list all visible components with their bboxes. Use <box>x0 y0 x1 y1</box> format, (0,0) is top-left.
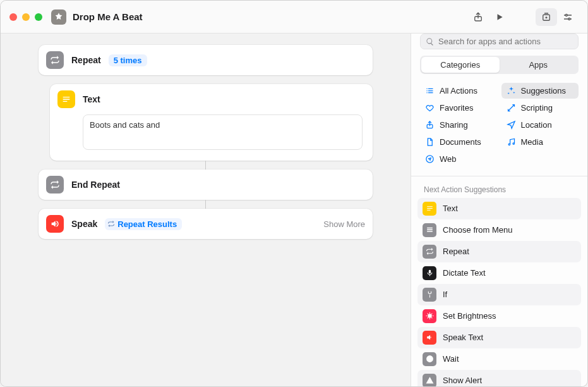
minimize-button[interactable] <box>22 13 30 21</box>
svg-point-7 <box>426 156 433 163</box>
suggestion-label: Speak Text <box>443 333 483 342</box>
category-web[interactable]: Web <box>420 151 498 167</box>
suggestion-label: Show Alert <box>443 376 482 385</box>
mic-icon <box>423 266 436 280</box>
heart-icon <box>425 103 435 113</box>
connector-line <box>205 161 206 169</box>
category-scripting[interactable]: Scripting <box>501 100 579 116</box>
suggestion-item[interactable]: If <box>417 284 581 305</box>
repeat-label: Repeat <box>71 55 101 65</box>
speaker-icon <box>46 215 64 233</box>
menu-icon <box>423 223 436 237</box>
show-more-button[interactable]: Show More <box>323 219 365 229</box>
clock-icon <box>423 352 436 366</box>
suggestion-item[interactable]: Set Brightness <box>417 305 581 327</box>
suggestion-label: If <box>443 290 447 299</box>
text-icon <box>57 90 75 108</box>
search-input[interactable] <box>438 37 573 46</box>
action-text[interactable]: Text Boots and cats and <box>50 84 373 161</box>
compass-icon <box>425 154 435 164</box>
suggestion-label: Text <box>443 204 458 213</box>
window-title: Drop Me A Beat <box>73 11 143 22</box>
suggestions-header: Next Action Suggestions <box>411 179 587 198</box>
suggestion-label: Repeat <box>443 247 469 256</box>
sparkle-icon <box>507 86 516 95</box>
categories-grid: All Actions Suggestions Favorites Script… <box>411 80 587 173</box>
suggestion-label: Choose from Menu <box>443 225 513 235</box>
text-label: Text <box>83 94 100 104</box>
divider <box>411 176 587 176</box>
list-icon <box>425 86 435 95</box>
branch-icon <box>423 288 436 302</box>
svg-point-3 <box>568 18 570 20</box>
suggestion-item[interactable]: Choose from Menu <box>417 219 581 241</box>
suggestion-label: Dictate Text <box>443 268 486 278</box>
settings-button[interactable] <box>557 8 579 26</box>
sidebar-segmented-control[interactable]: Categories Apps <box>420 56 579 74</box>
music-icon <box>507 137 516 147</box>
wand-icon <box>507 103 516 113</box>
shortcut-app-icon <box>51 9 66 25</box>
suggestion-item[interactable]: Wait <box>417 348 581 370</box>
category-sharing[interactable]: Sharing <box>420 117 498 133</box>
suggestion-item[interactable]: Dictate Text <box>417 262 581 284</box>
tab-apps[interactable]: Apps <box>500 57 578 73</box>
category-documents[interactable]: Documents <box>420 134 498 150</box>
action-repeat[interactable]: Repeat 5 times <box>39 45 373 75</box>
category-favorites[interactable]: Favorites <box>420 100 498 116</box>
category-suggestions[interactable]: Suggestions <box>501 83 579 99</box>
repeat-icon <box>423 245 436 259</box>
search-icon <box>426 37 435 46</box>
suggestion-item[interactable]: Text <box>417 198 581 219</box>
run-button[interactable] <box>489 8 510 26</box>
action-speak[interactable]: Speak Repeat Results Show More <box>39 209 373 239</box>
suggestions-list: TextChoose from MenuRepeatDictate TextIf… <box>411 198 587 386</box>
library-button[interactable] <box>536 8 557 26</box>
repeat-icon <box>46 176 64 194</box>
svg-point-6 <box>513 143 515 145</box>
end-repeat-label: End Repeat <box>71 180 120 190</box>
search-field[interactable] <box>420 34 579 49</box>
action-end-repeat[interactable]: End Repeat <box>39 169 373 200</box>
suggestion-item[interactable]: Repeat <box>417 241 581 262</box>
category-all-actions[interactable]: All Actions <box>420 83 498 99</box>
bright-icon <box>423 309 436 323</box>
repeat-count-token[interactable]: 5 times <box>109 54 147 66</box>
repeat-icon <box>46 51 64 69</box>
text-icon <box>423 202 436 216</box>
close-button[interactable] <box>9 13 17 21</box>
suggestion-item[interactable]: Show Alert <box>417 370 581 386</box>
suggestion-item[interactable]: Speak Text <box>417 327 581 348</box>
maximize-button[interactable] <box>35 13 42 21</box>
workflow-canvas[interactable]: Repeat 5 times Text Boots and cats and <box>1 34 411 386</box>
speak-variable-token[interactable]: Repeat Results <box>105 218 182 230</box>
svg-point-5 <box>508 144 510 145</box>
alert-icon <box>423 374 436 386</box>
connector-line <box>205 200 206 209</box>
suggestion-label: Wait <box>443 354 459 364</box>
category-location[interactable]: Location <box>501 117 579 133</box>
location-icon <box>507 120 516 130</box>
text-input[interactable]: Boots and cats and <box>83 114 363 150</box>
document-icon <box>425 137 435 147</box>
actions-sidebar: Categories Apps All Actions Suggestions … <box>411 34 587 386</box>
window-controls[interactable] <box>9 13 42 21</box>
speak-variable-label: Repeat Results <box>117 219 177 229</box>
speak-label: Speak <box>71 219 97 229</box>
suggestion-label: Set Brightness <box>443 311 496 321</box>
sound-icon <box>423 331 436 345</box>
share-button[interactable] <box>467 8 489 26</box>
svg-point-2 <box>565 14 567 16</box>
category-media[interactable]: Media <box>501 134 579 150</box>
tab-categories[interactable]: Categories <box>421 57 500 73</box>
share-icon <box>425 120 435 130</box>
